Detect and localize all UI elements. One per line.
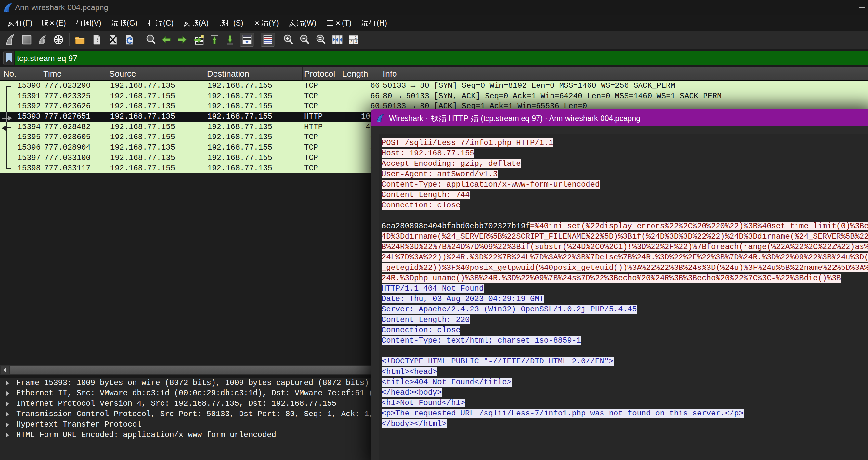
svg-text:1: 1 [355, 35, 357, 39]
svg-text:3: 3 [355, 40, 357, 43]
svg-text:2: 2 [350, 40, 352, 43]
